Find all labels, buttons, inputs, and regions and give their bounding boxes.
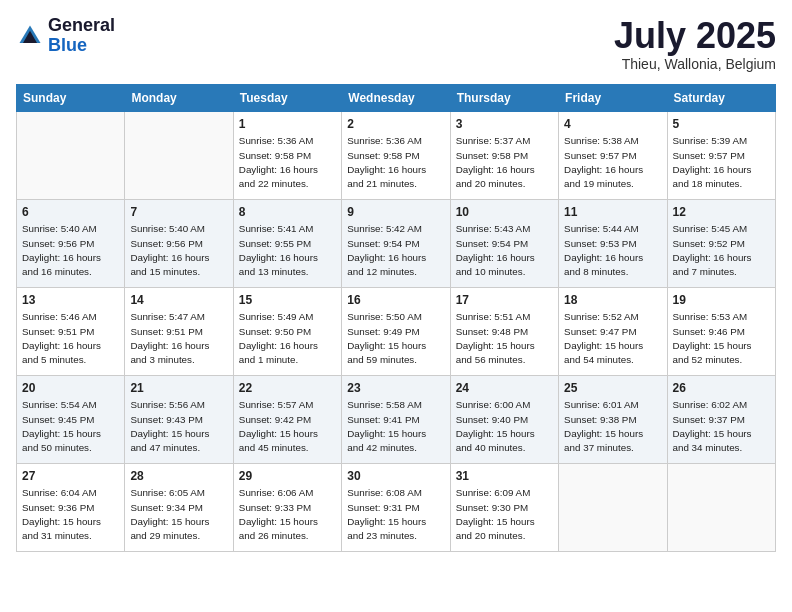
calendar-cell	[667, 463, 775, 551]
day-info: Sunrise: 5:47 AM Sunset: 9:51 PM Dayligh…	[130, 310, 227, 367]
day-info: Sunrise: 5:58 AM Sunset: 9:41 PM Dayligh…	[347, 398, 444, 455]
calendar-cell: 22Sunrise: 5:57 AM Sunset: 9:42 PM Dayli…	[233, 375, 341, 463]
calendar-week-4: 20Sunrise: 5:54 AM Sunset: 9:45 PM Dayli…	[17, 375, 776, 463]
day-number: 10	[456, 204, 553, 221]
day-number: 21	[130, 380, 227, 397]
day-number: 26	[673, 380, 770, 397]
logo-blue: Blue	[48, 36, 115, 56]
day-info: Sunrise: 5:39 AM Sunset: 9:57 PM Dayligh…	[673, 134, 770, 191]
day-info: Sunrise: 5:46 AM Sunset: 9:51 PM Dayligh…	[22, 310, 119, 367]
location-subtitle: Thieu, Wallonia, Belgium	[614, 56, 776, 72]
calendar-cell: 2Sunrise: 5:36 AM Sunset: 9:58 PM Daylig…	[342, 111, 450, 199]
calendar-cell	[17, 111, 125, 199]
day-info: Sunrise: 5:38 AM Sunset: 9:57 PM Dayligh…	[564, 134, 661, 191]
day-number: 29	[239, 468, 336, 485]
day-info: Sunrise: 5:37 AM Sunset: 9:58 PM Dayligh…	[456, 134, 553, 191]
logo-icon	[16, 22, 44, 50]
day-number: 28	[130, 468, 227, 485]
header-day-sunday: Sunday	[17, 84, 125, 111]
title-block: July 2025 Thieu, Wallonia, Belgium	[614, 16, 776, 72]
calendar-cell: 31Sunrise: 6:09 AM Sunset: 9:30 PM Dayli…	[450, 463, 558, 551]
day-info: Sunrise: 5:36 AM Sunset: 9:58 PM Dayligh…	[239, 134, 336, 191]
day-info: Sunrise: 6:09 AM Sunset: 9:30 PM Dayligh…	[456, 486, 553, 543]
day-number: 20	[22, 380, 119, 397]
calendar-cell: 16Sunrise: 5:50 AM Sunset: 9:49 PM Dayli…	[342, 287, 450, 375]
calendar-header: SundayMondayTuesdayWednesdayThursdayFrid…	[17, 84, 776, 111]
day-number: 27	[22, 468, 119, 485]
calendar-cell: 4Sunrise: 5:38 AM Sunset: 9:57 PM Daylig…	[559, 111, 667, 199]
day-number: 18	[564, 292, 661, 309]
day-number: 5	[673, 116, 770, 133]
day-number: 24	[456, 380, 553, 397]
page-header: General Blue July 2025 Thieu, Wallonia, …	[16, 16, 776, 72]
day-info: Sunrise: 6:08 AM Sunset: 9:31 PM Dayligh…	[347, 486, 444, 543]
day-number: 17	[456, 292, 553, 309]
day-number: 23	[347, 380, 444, 397]
day-info: Sunrise: 5:36 AM Sunset: 9:58 PM Dayligh…	[347, 134, 444, 191]
logo-general: General	[48, 16, 115, 36]
day-number: 11	[564, 204, 661, 221]
day-info: Sunrise: 5:44 AM Sunset: 9:53 PM Dayligh…	[564, 222, 661, 279]
calendar-cell: 28Sunrise: 6:05 AM Sunset: 9:34 PM Dayli…	[125, 463, 233, 551]
calendar-cell: 12Sunrise: 5:45 AM Sunset: 9:52 PM Dayli…	[667, 199, 775, 287]
calendar-table: SundayMondayTuesdayWednesdayThursdayFrid…	[16, 84, 776, 552]
calendar-week-5: 27Sunrise: 6:04 AM Sunset: 9:36 PM Dayli…	[17, 463, 776, 551]
calendar-cell: 9Sunrise: 5:42 AM Sunset: 9:54 PM Daylig…	[342, 199, 450, 287]
day-number: 3	[456, 116, 553, 133]
day-number: 13	[22, 292, 119, 309]
day-info: Sunrise: 5:40 AM Sunset: 9:56 PM Dayligh…	[130, 222, 227, 279]
calendar-week-1: 1Sunrise: 5:36 AM Sunset: 9:58 PM Daylig…	[17, 111, 776, 199]
day-number: 19	[673, 292, 770, 309]
calendar-cell: 10Sunrise: 5:43 AM Sunset: 9:54 PM Dayli…	[450, 199, 558, 287]
calendar-cell: 26Sunrise: 6:02 AM Sunset: 9:37 PM Dayli…	[667, 375, 775, 463]
calendar-body: 1Sunrise: 5:36 AM Sunset: 9:58 PM Daylig…	[17, 111, 776, 551]
header-day-monday: Monday	[125, 84, 233, 111]
calendar-cell: 30Sunrise: 6:08 AM Sunset: 9:31 PM Dayli…	[342, 463, 450, 551]
day-number: 9	[347, 204, 444, 221]
day-info: Sunrise: 5:52 AM Sunset: 9:47 PM Dayligh…	[564, 310, 661, 367]
day-number: 2	[347, 116, 444, 133]
calendar-cell: 6Sunrise: 5:40 AM Sunset: 9:56 PM Daylig…	[17, 199, 125, 287]
day-info: Sunrise: 5:54 AM Sunset: 9:45 PM Dayligh…	[22, 398, 119, 455]
day-number: 6	[22, 204, 119, 221]
day-info: Sunrise: 5:40 AM Sunset: 9:56 PM Dayligh…	[22, 222, 119, 279]
calendar-week-3: 13Sunrise: 5:46 AM Sunset: 9:51 PM Dayli…	[17, 287, 776, 375]
day-number: 1	[239, 116, 336, 133]
day-info: Sunrise: 6:04 AM Sunset: 9:36 PM Dayligh…	[22, 486, 119, 543]
day-info: Sunrise: 5:42 AM Sunset: 9:54 PM Dayligh…	[347, 222, 444, 279]
day-number: 14	[130, 292, 227, 309]
day-info: Sunrise: 5:50 AM Sunset: 9:49 PM Dayligh…	[347, 310, 444, 367]
calendar-cell: 7Sunrise: 5:40 AM Sunset: 9:56 PM Daylig…	[125, 199, 233, 287]
day-number: 8	[239, 204, 336, 221]
calendar-cell: 14Sunrise: 5:47 AM Sunset: 9:51 PM Dayli…	[125, 287, 233, 375]
day-number: 15	[239, 292, 336, 309]
calendar-cell: 23Sunrise: 5:58 AM Sunset: 9:41 PM Dayli…	[342, 375, 450, 463]
day-info: Sunrise: 5:49 AM Sunset: 9:50 PM Dayligh…	[239, 310, 336, 367]
day-number: 16	[347, 292, 444, 309]
calendar-cell: 15Sunrise: 5:49 AM Sunset: 9:50 PM Dayli…	[233, 287, 341, 375]
day-info: Sunrise: 6:01 AM Sunset: 9:38 PM Dayligh…	[564, 398, 661, 455]
day-info: Sunrise: 5:57 AM Sunset: 9:42 PM Dayligh…	[239, 398, 336, 455]
day-number: 12	[673, 204, 770, 221]
calendar-cell: 29Sunrise: 6:06 AM Sunset: 9:33 PM Dayli…	[233, 463, 341, 551]
day-info: Sunrise: 5:51 AM Sunset: 9:48 PM Dayligh…	[456, 310, 553, 367]
day-number: 7	[130, 204, 227, 221]
day-info: Sunrise: 5:45 AM Sunset: 9:52 PM Dayligh…	[673, 222, 770, 279]
logo: General Blue	[16, 16, 115, 56]
calendar-cell: 24Sunrise: 6:00 AM Sunset: 9:40 PM Dayli…	[450, 375, 558, 463]
calendar-cell: 21Sunrise: 5:56 AM Sunset: 9:43 PM Dayli…	[125, 375, 233, 463]
calendar-cell: 3Sunrise: 5:37 AM Sunset: 9:58 PM Daylig…	[450, 111, 558, 199]
calendar-cell	[559, 463, 667, 551]
day-number: 22	[239, 380, 336, 397]
day-info: Sunrise: 5:56 AM Sunset: 9:43 PM Dayligh…	[130, 398, 227, 455]
calendar-cell: 17Sunrise: 5:51 AM Sunset: 9:48 PM Dayli…	[450, 287, 558, 375]
header-row: SundayMondayTuesdayWednesdayThursdayFrid…	[17, 84, 776, 111]
logo-text: General Blue	[48, 16, 115, 56]
calendar-cell: 5Sunrise: 5:39 AM Sunset: 9:57 PM Daylig…	[667, 111, 775, 199]
header-day-saturday: Saturday	[667, 84, 775, 111]
calendar-cell: 13Sunrise: 5:46 AM Sunset: 9:51 PM Dayli…	[17, 287, 125, 375]
calendar-cell: 8Sunrise: 5:41 AM Sunset: 9:55 PM Daylig…	[233, 199, 341, 287]
header-day-wednesday: Wednesday	[342, 84, 450, 111]
calendar-cell: 11Sunrise: 5:44 AM Sunset: 9:53 PM Dayli…	[559, 199, 667, 287]
day-number: 4	[564, 116, 661, 133]
